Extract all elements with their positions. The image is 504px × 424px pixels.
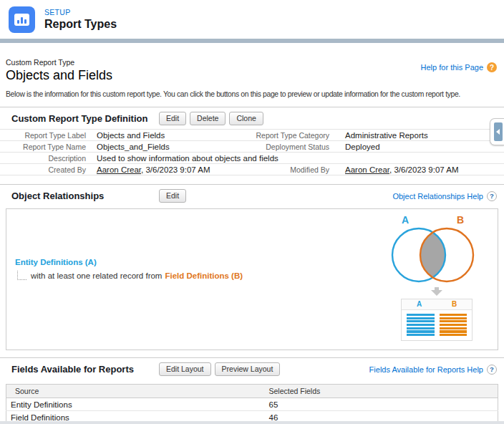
fields-available-title: Fields Available for Reports <box>11 364 159 375</box>
description-value: Used to show information about objects a… <box>92 154 504 163</box>
created-by-label: Created By <box>0 165 92 174</box>
definition-detail-grid: Report Type Label Objects and Fields Rep… <box>0 129 504 175</box>
definition-section: Custom Report Type Definition Edit Delet… <box>0 107 504 175</box>
page-title: Objects and Fields <box>6 68 112 83</box>
created-by-date: , 3/6/2023 9:07 AM <box>141 165 210 174</box>
created-by-user-link[interactable]: Aaron Crear <box>97 165 141 174</box>
footer-strip <box>0 421 504 424</box>
report-type-category-label: Report Type Category <box>239 131 335 140</box>
description-label: Description <box>0 154 92 163</box>
detail-row-label: Report Type Label Objects and Fields Rep… <box>0 130 504 141</box>
venn-diagram-icon: A B <box>383 211 490 286</box>
bar-chart-icon <box>14 14 29 26</box>
relation-line: with at least one related record from Fi… <box>17 271 243 280</box>
table-row: Entity Definitions 65 <box>6 398 498 411</box>
mini-table-label-a: A <box>402 299 437 309</box>
mini-table-rows-b <box>440 314 467 336</box>
selected-fields-cell: 65 <box>261 398 498 411</box>
report-types-icon <box>9 6 35 33</box>
column-header-selected-fields: Selected Fields <box>261 385 498 398</box>
primary-object-link[interactable]: Entity Definitions (A) <box>15 258 97 266</box>
column-header-source: Source <box>6 385 261 398</box>
help-question-icon[interactable]: ? <box>487 62 497 72</box>
detail-row-description: Description Used to show information abo… <box>0 153 504 164</box>
created-by-value: Aaron Crear, 3/6/2023 9:07 AM <box>92 165 239 174</box>
page-help-link[interactable]: Help for this Page <box>421 63 483 72</box>
collapse-sidebar-tab[interactable] <box>490 118 504 145</box>
collapse-left-arrow-icon <box>494 122 503 141</box>
relationships-canvas: Entity Definitions (A) with at least one… <box>6 208 498 350</box>
down-arrow-icon <box>431 287 442 296</box>
app-header: SETUP Report Types <box>0 0 504 39</box>
relationships-edit-button[interactable]: Edit <box>159 189 186 203</box>
edit-layout-button[interactable]: Edit Layout <box>159 362 211 376</box>
venn-label-a: A <box>402 214 409 226</box>
source-cell: Entity Definitions <box>6 398 261 411</box>
modified-by-value: Aaron Crear, 3/6/2023 9:07 AM <box>335 165 504 174</box>
report-type-category-value: Administrative Reports <box>335 131 504 140</box>
report-types-setup-page: SETUP Report Types Custom Report Type Ob… <box>0 0 504 424</box>
fields-available-help-link[interactable]: Fields Available for Reports Help <box>369 365 483 374</box>
question-icon[interactable]: ? <box>487 191 497 201</box>
question-icon[interactable]: ? <box>487 365 497 375</box>
modified-by-label: Modified By <box>239 165 335 174</box>
related-object-link[interactable]: Field Definitions (B) <box>165 271 243 280</box>
deployment-status-value: Deployed <box>335 143 504 151</box>
object-relationships-section: Object Relationships Edit Object Relatio… <box>0 184 504 350</box>
detail-row-audit: Created By Aaron Crear, 3/6/2023 9:07 AM… <box>0 164 504 175</box>
venn-label-b: B <box>457 214 464 226</box>
intro-text: Below is the information for this custom… <box>0 90 504 98</box>
setup-eyebrow: SETUP <box>44 8 117 16</box>
tree-connector-icon <box>17 271 26 280</box>
breadcrumb: Custom Report Type <box>6 58 112 67</box>
report-type-label-label: Report Type Label <box>0 131 92 140</box>
fields-table-header-row: Source Selected Fields <box>6 385 498 398</box>
object-relationships-title: Object Relationships <box>11 191 159 201</box>
edit-button[interactable]: Edit <box>159 112 186 125</box>
modified-by-user-link[interactable]: Aaron Crear <box>345 165 389 174</box>
object-relationships-help-link[interactable]: Object Relationships Help <box>392 192 483 201</box>
report-type-label-value: Objects and Fields <box>92 131 239 140</box>
definition-section-title: Custom Report Type Definition <box>11 113 159 124</box>
preview-layout-button[interactable]: Preview Layout <box>215 362 281 376</box>
page-head: Custom Report Type Objects and Fields He… <box>0 43 504 83</box>
app-title: Report Types <box>44 18 117 31</box>
venn-illustration: A B A B <box>383 211 490 341</box>
report-type-name-value: Objects_and_Fields <box>92 143 239 151</box>
fields-available-section: Fields Available for Reports Edit Layout… <box>0 357 504 424</box>
clone-button[interactable]: Clone <box>229 112 263 125</box>
mini-table-label-b: B <box>437 299 472 309</box>
detail-row-name: Report Type Name Objects_and_Fields Depl… <box>0 141 504 153</box>
deployment-status-label: Deployment Status <box>239 143 335 151</box>
report-type-name-label: Report Type Name <box>0 143 92 151</box>
joined-table-icon: A B <box>401 299 472 341</box>
relation-text: with at least one related record from <box>31 271 162 280</box>
mini-table-rows-a <box>407 314 435 336</box>
fields-table: Source Selected Fields Entity Definition… <box>6 384 498 424</box>
modified-by-date: , 3/6/2023 9:07 AM <box>389 165 459 174</box>
delete-button[interactable]: Delete <box>190 112 226 125</box>
